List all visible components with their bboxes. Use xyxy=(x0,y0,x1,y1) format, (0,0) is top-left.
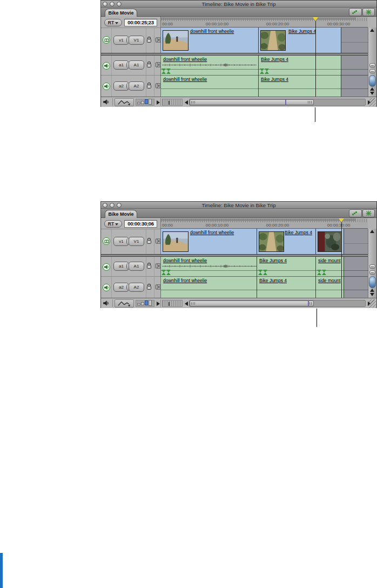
lock-track-button[interactable] xyxy=(146,237,152,244)
vertical-scrollbar[interactable] xyxy=(368,229,376,298)
scroll-up-arrow[interactable] xyxy=(370,87,374,91)
audio-clip[interactable]: Bike Jumps 4 xyxy=(259,56,341,76)
playhead[interactable] xyxy=(339,218,344,222)
track-area-shade-handle[interactable] xyxy=(369,270,375,275)
video-track-v1[interactable]: downhill front wheelie Bike Jumps 4 xyxy=(160,28,368,53)
lock-track-button[interactable] xyxy=(146,82,152,89)
rt-popup[interactable]: RT xyxy=(104,19,122,26)
track-visibility-button[interactable] xyxy=(103,237,110,245)
minimize-button[interactable] xyxy=(110,203,115,208)
horizontal-scrollbar[interactable] xyxy=(189,300,366,307)
playhead[interactable] xyxy=(313,17,318,21)
lock-track-button[interactable] xyxy=(146,61,152,68)
audio-track-a2[interactable]: downhill front wheelie Bike Jumps 4 xyxy=(160,76,368,97)
rt-popup[interactable]: RT xyxy=(104,220,122,228)
zoom-control[interactable] xyxy=(162,99,183,106)
resize-grip[interactable] xyxy=(369,98,376,106)
track-height-small[interactable] xyxy=(137,303,140,305)
resize-grip[interactable] xyxy=(369,299,376,307)
timeline-ruler[interactable]: 00:00 00:00:10:00 00:00:20:00 00:00:30:0… xyxy=(160,218,368,229)
lock-track-button[interactable] xyxy=(146,283,152,290)
scrollbar-thumb[interactable] xyxy=(369,75,376,87)
audio-clip[interactable]: downhill front wheelie xyxy=(161,76,259,97)
sequence-tab[interactable]: Bike Movie xyxy=(105,210,137,218)
video-clip[interactable]: Bike Jumps 4 xyxy=(257,229,316,254)
snapping-button[interactable] xyxy=(362,209,375,217)
video-clip[interactable]: downhill front wheelie xyxy=(161,229,257,254)
track-visibility-button[interactable] xyxy=(103,36,110,44)
clip-overlays-button[interactable] xyxy=(115,299,134,307)
destination-control-A2[interactable]: A2 xyxy=(129,81,144,91)
scroll-left-arrow[interactable] xyxy=(184,99,189,106)
track-height-medium[interactable] xyxy=(141,101,144,104)
vertical-scrollbar[interactable] xyxy=(368,28,376,97)
track-height-large[interactable] xyxy=(149,300,152,306)
horizontal-scrollbar[interactable] xyxy=(189,99,366,106)
video-audio-divider[interactable] xyxy=(101,53,368,56)
sequence-tab[interactable]: Bike Movie xyxy=(105,9,137,17)
audio-clip[interactable]: Bike Jumps 4 xyxy=(259,76,341,97)
scroll-up-arrow[interactable] xyxy=(370,289,374,292)
track-audible-button[interactable] xyxy=(103,263,110,271)
horizontal-scrollbar-thumb[interactable] xyxy=(190,300,314,306)
audio-clip[interactable]: downhill front wheelie xyxy=(161,277,257,298)
minimize-button[interactable] xyxy=(110,2,115,6)
audio-clip[interactable]: downhill front wheelie xyxy=(161,257,257,277)
track-area-shade-handle[interactable] xyxy=(369,264,375,269)
zoom-button[interactable] xyxy=(117,203,122,208)
title-bar[interactable]: Timeline: Bike Movie in Bike Trip xyxy=(101,1,376,8)
zoom-control-marker[interactable] xyxy=(169,101,170,105)
linked-selection-button[interactable] xyxy=(349,8,362,16)
title-bar[interactable]: Timeline: Bike Movie in Bike Trip xyxy=(101,202,376,209)
lock-track-button[interactable] xyxy=(146,262,152,269)
close-button[interactable] xyxy=(103,2,107,6)
track-audible-button[interactable] xyxy=(103,83,110,90)
track-height-selected[interactable] xyxy=(145,300,148,305)
destination-control-A1[interactable]: A1 xyxy=(129,60,144,70)
destination-control-A1[interactable]: A1 xyxy=(129,262,144,271)
video-clip[interactable] xyxy=(316,229,344,254)
lock-track-button[interactable] xyxy=(146,36,152,43)
scrollbar-thumb[interactable] xyxy=(369,276,376,288)
audio-clip[interactable]: side mount xyxy=(316,277,344,298)
track-height-medium[interactable] xyxy=(141,302,144,305)
scroll-up-arrow[interactable] xyxy=(370,29,374,32)
zoom-control-marker[interactable] xyxy=(169,302,170,306)
scroll-up-arrow[interactable] xyxy=(370,230,374,233)
scroll-down-arrow[interactable] xyxy=(370,293,374,296)
track-height-small[interactable] xyxy=(137,102,140,104)
track-audible-button[interactable] xyxy=(103,62,110,70)
audio-clip[interactable]: Bike Jumps 4 xyxy=(257,277,316,298)
horizontal-scrollbar-thumb[interactable] xyxy=(190,99,314,105)
track-audible-button[interactable] xyxy=(103,284,110,291)
video-audio-divider[interactable] xyxy=(101,254,368,257)
track-height-selected[interactable] xyxy=(145,99,148,104)
video-track-v1[interactable]: downhill front wheelie Bike Jumps 4 xyxy=(160,229,368,254)
snapping-button[interactable] xyxy=(362,8,375,16)
track-height-control[interactable] xyxy=(136,300,154,307)
current-timecode-field[interactable]: 00:00:25;23 xyxy=(124,19,157,26)
audio-track-a2[interactable]: downhill front wheelie Bike Jumps 4 side… xyxy=(160,277,368,298)
zoom-control[interactable] xyxy=(162,300,183,307)
current-timecode-field[interactable]: 00:00:30;06 xyxy=(124,220,157,228)
destination-control-V1[interactable]: V1 xyxy=(129,36,144,45)
track-height-control[interactable] xyxy=(136,99,154,106)
track-height-large[interactable] xyxy=(149,99,152,105)
audible-button[interactable] xyxy=(103,99,109,105)
zoom-button[interactable] xyxy=(117,2,122,6)
scroll-down-arrow[interactable] xyxy=(370,92,374,95)
timeline-ruler[interactable]: 00:00 00:00:10:00 00:00:20:00 00:00:30:0… xyxy=(160,17,368,28)
track-area-shade-handle[interactable] xyxy=(369,69,375,73)
track-area-shade-handle[interactable] xyxy=(369,63,375,67)
audio-clip[interactable]: downhill front wheelie xyxy=(161,56,259,76)
video-clip[interactable]: downhill front wheelie xyxy=(161,28,259,53)
lock-icon xyxy=(146,82,152,89)
close-button[interactable] xyxy=(103,203,107,208)
audible-button[interactable] xyxy=(103,300,109,306)
destination-control-V1[interactable]: V1 xyxy=(129,237,144,246)
destination-control-A2[interactable]: A2 xyxy=(129,283,144,292)
scroll-left-arrow[interactable] xyxy=(184,300,189,307)
linked-selection-button[interactable] xyxy=(349,209,362,217)
clip-overlays-button[interactable] xyxy=(115,98,134,106)
video-clip[interactable]: Bike Jumps 4 xyxy=(259,28,341,53)
